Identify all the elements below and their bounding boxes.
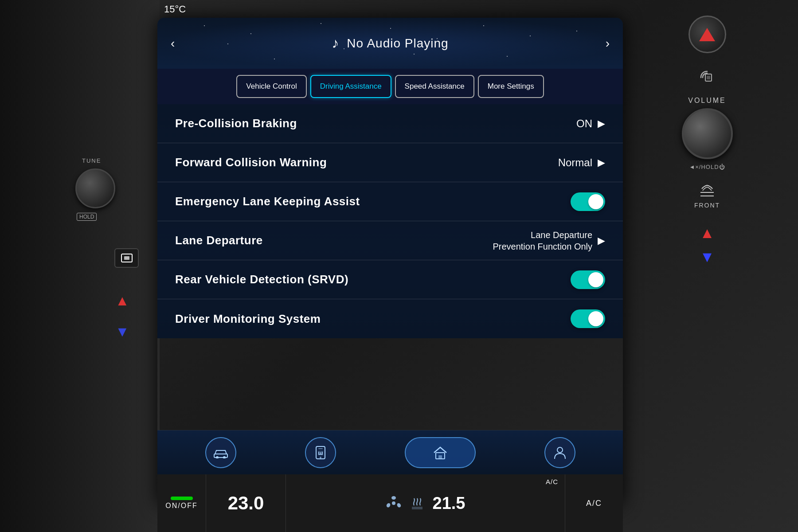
svg-rect-1 [124, 256, 129, 260]
svg-rect-7 [318, 448, 323, 449]
defroster-icon [698, 184, 716, 199]
climate-temp-left: 23.0 [206, 474, 286, 532]
rear-vehicle-detection-label: Rear Vehicle Detection (SRVD) [175, 273, 348, 286]
rear-vehicle-detection-toggle[interactable] [571, 270, 605, 289]
svg-point-13 [391, 496, 396, 500]
left-arrow-up[interactable]: ▲ [115, 293, 129, 309]
pre-collision-braking-row[interactable]: Pre-Collision Braking ON ▶ [157, 104, 623, 143]
emergency-lane-keeping-knob [588, 194, 603, 209]
left-side-button[interactable] [114, 248, 139, 268]
volume-knob[interactable] [682, 108, 733, 159]
climate-bar: ON/OFF 23.0 A/C 21.5 [157, 474, 623, 532]
temp-right-value: 21.5 [433, 494, 466, 513]
svg-point-4 [223, 456, 226, 458]
tune-knob[interactable] [75, 168, 115, 208]
forward-collision-warning-label: Forward Collision Warning [175, 156, 327, 169]
forward-collision-warning-text: Normal [558, 156, 592, 169]
front-label: FRONT [694, 202, 720, 209]
lane-departure-value: Lane Departure Prevention Function Only … [493, 229, 605, 252]
pre-collision-braking-value: ON ▶ [576, 117, 605, 130]
emergency-lane-keeping-label: Emergency Lane Keeping Assist [175, 195, 360, 208]
pre-collision-braking-label: Pre-Collision Braking [175, 117, 297, 130]
music-note-icon: ♪ [332, 35, 339, 51]
climate-onoff[interactable]: ON/OFF [157, 474, 206, 532]
svg-point-8 [320, 452, 321, 454]
right-arrow-down[interactable]: ▼ [700, 248, 715, 266]
settings-content: Pre-Collision Braking ON ▶ Forward Colli… [157, 104, 623, 338]
driver-monitoring-row[interactable]: Driver Monitoring System [157, 299, 623, 338]
climate-center: A/C 21.5 [286, 474, 565, 532]
rear-vehicle-detection-row[interactable]: Rear Vehicle Detection (SRVD) [157, 260, 623, 299]
hazard-triangle-icon [699, 28, 715, 41]
rear-vehicle-detection-knob [588, 272, 603, 287]
hazard-button[interactable] [688, 16, 726, 53]
svg-point-6 [320, 457, 321, 458]
svg-rect-17 [707, 76, 710, 79]
tab-vehicle-control[interactable]: Vehicle Control [236, 75, 306, 98]
forward-collision-warning-arrow: ▶ [598, 157, 605, 168]
climate-center-inner: A/C 21.5 [286, 474, 565, 532]
no-audio-label: No Audio Playing [347, 36, 448, 51]
svg-point-3 [216, 456, 219, 458]
media-center: ♪ No Audio Playing [332, 35, 448, 51]
seat-heat-icon [411, 497, 424, 510]
nfc-icon [698, 69, 716, 90]
tab-speed-assistance[interactable]: Speed Assistance [395, 75, 474, 98]
fan-icon [386, 495, 402, 511]
onoff-label: ON/OFF [165, 502, 197, 510]
lane-departure-text: Lane Departure Prevention Function Only [493, 229, 592, 252]
emergency-lane-keeping-row[interactable]: Emergency Lane Keeping Assist [157, 182, 623, 221]
forward-collision-warning-row[interactable]: Forward Collision Warning Normal ▶ [157, 143, 623, 182]
svg-rect-10 [438, 455, 442, 459]
temp-left-value: 23.0 [228, 493, 264, 514]
nav-person-button[interactable] [544, 437, 575, 468]
right-arrow-up[interactable]: ▲ [700, 224, 715, 242]
volume-label: VOLUME [688, 97, 726, 105]
ac-right-label: A/C [586, 499, 602, 508]
svg-point-12 [392, 501, 395, 505]
svg-point-11 [557, 447, 563, 453]
left-arrow-down[interactable]: ▼ [115, 324, 129, 340]
nav-car-button[interactable] [205, 437, 236, 468]
svg-point-15 [396, 502, 401, 508]
nav-phone-button[interactable] [305, 437, 336, 468]
mute-hold-label: ◄×/HOLD⏻ [689, 164, 725, 170]
right-panel: VOLUME ◄×/HOLD⏻ FRONT ▲ ▼ [621, 0, 794, 532]
hold-label: HOLD [77, 213, 97, 221]
media-next-button[interactable]: › [606, 36, 610, 51]
driver-monitoring-toggle[interactable] [571, 309, 605, 328]
tune-label: TUNE [82, 157, 101, 164]
svg-point-14 [386, 502, 391, 508]
pre-collision-braking-arrow: ▶ [598, 118, 605, 129]
pre-collision-braking-text: ON [576, 117, 592, 130]
climate-ac-right[interactable]: A/C [565, 474, 623, 532]
bottom-navigation [157, 430, 623, 474]
media-prev-button[interactable]: ‹ [171, 36, 175, 51]
lane-departure-arrow: ▶ [598, 235, 605, 246]
lane-departure-label: Lane Departure [175, 234, 263, 247]
tab-more-settings[interactable]: More Settings [478, 75, 544, 98]
forward-collision-warning-value: Normal ▶ [558, 156, 605, 169]
front-defroster-button[interactable]: FRONT [694, 184, 720, 209]
driver-monitoring-label: Driver Monitoring System [175, 312, 321, 326]
tab-driving-assistance[interactable]: Driving Assistance [310, 75, 391, 98]
lane-departure-row[interactable]: Lane Departure Lane Departure Prevention… [157, 221, 623, 260]
ac-label-top: A/C [546, 478, 558, 485]
tab-navigation: Vehicle Control Driving Assistance Speed… [157, 69, 623, 104]
exterior-temp-badge: 15°C [164, 4, 186, 15]
emergency-lane-keeping-toggle[interactable] [571, 192, 605, 211]
nav-home-button[interactable] [405, 437, 476, 468]
driver-monitoring-knob [588, 311, 603, 326]
media-bar: ‹ ♪ No Audio Playing › [157, 18, 623, 69]
onoff-indicator [171, 497, 193, 500]
